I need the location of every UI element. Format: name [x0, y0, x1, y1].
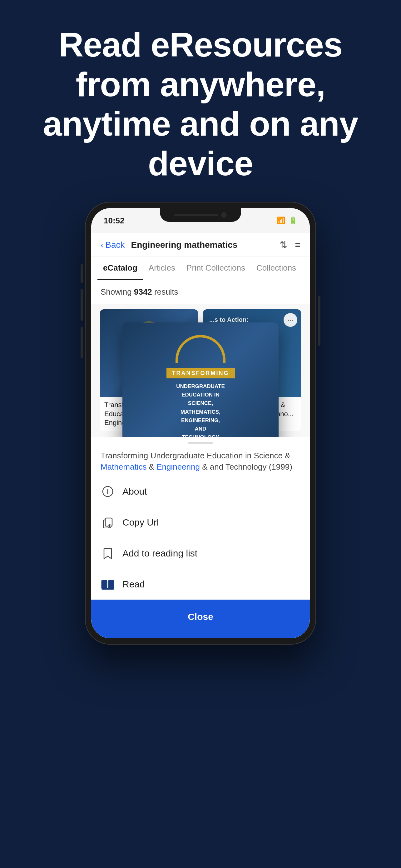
hero-title: Read eResources from anywhere, anytime a…: [19, 25, 382, 183]
popup-label: TRANSFORMING: [166, 368, 235, 378]
sort-icon[interactable]: ⇅: [279, 239, 287, 250]
popup-text: UNDERGRADUATEEDUCATION INSCIENCE,MATHEMA…: [176, 382, 225, 441]
handle-bar: [188, 442, 213, 444]
wifi-icon: 📶: [277, 217, 285, 225]
book-grid-container: TRANSF... UNDERGEDUCMATHENGITECH Transfo…: [91, 304, 310, 437]
read-book-icon: [101, 577, 115, 591]
close-button-container: Close: [91, 599, 310, 638]
status-bar: 10:52 📶 🔋: [91, 208, 310, 233]
side-button-power: [318, 296, 321, 346]
nav-action-icons: ⇅ ≡: [279, 239, 300, 250]
side-button-vol-up: [80, 289, 83, 320]
tabs-bar: eCatalog Articles Print Collections Coll…: [91, 257, 310, 280]
results-number: 9342: [134, 287, 152, 297]
hero-section: Read eResources from anywhere, anytime a…: [0, 0, 401, 202]
about-label: About: [123, 486, 147, 497]
bottom-sheet-reading-list[interactable]: Add to reading list: [91, 538, 310, 569]
side-button-vol-down: [80, 327, 83, 358]
tab-ecatalog[interactable]: eCatalog: [97, 257, 143, 280]
svg-text:i: i: [107, 488, 109, 495]
phone-screen: 10:52 📶 🔋 ‹ Back Engine: [91, 208, 310, 638]
back-label: Back: [105, 240, 125, 250]
results-suffix: results: [152, 287, 178, 297]
app-content: ‹ Back Engineering mathematics ⇅ ≡ eCata…: [91, 233, 310, 638]
side-button-mute: [80, 264, 83, 283]
back-arrow-icon: ‹: [101, 240, 103, 250]
bottom-sheet-handle: [91, 437, 310, 444]
navigation-bar: ‹ Back Engineering mathematics ⇅ ≡: [91, 233, 310, 257]
title-link-engineering: Engineering: [157, 462, 200, 471]
results-count: Showing 9342 results: [91, 280, 310, 304]
svg-rect-8: [108, 580, 114, 588]
phone-notch: [160, 208, 241, 222]
bottom-sheet: Transforming Undergraduate Education in …: [91, 437, 310, 638]
results-prefix: Showing: [101, 287, 134, 297]
tab-print-collections[interactable]: Print Collections: [181, 257, 251, 280]
bottom-sheet-read[interactable]: Read: [91, 569, 310, 599]
bottom-sheet-about[interactable]: i About: [91, 476, 310, 507]
close-button[interactable]: Close: [101, 604, 300, 629]
book-more-button[interactable]: ···: [283, 313, 297, 327]
page-title: Engineering mathematics: [131, 240, 280, 250]
reading-list-label: Add to reading list: [123, 548, 197, 559]
filter-icon[interactable]: ≡: [295, 240, 300, 250]
status-icons: 📶 🔋: [277, 217, 297, 225]
back-button[interactable]: ‹ Back: [101, 240, 125, 250]
tab-collections[interactable]: Collections: [251, 257, 302, 280]
notch-pill: [174, 214, 218, 216]
bookmark-icon: [101, 546, 115, 561]
svg-rect-10: [101, 588, 114, 590]
svg-rect-7: [101, 580, 107, 588]
phone-container: 10:52 📶 🔋 ‹ Back Engine: [0, 202, 401, 670]
phone-mockup: 10:52 📶 🔋 ‹ Back Engine: [85, 202, 316, 645]
read-label: Read: [123, 579, 145, 590]
battery-icon: 🔋: [289, 217, 297, 225]
bottom-sheet-title: Transforming Undergraduate Education in …: [91, 444, 310, 476]
notch-camera: [221, 212, 227, 218]
bottom-sheet-copy-url[interactable]: Copy Url: [91, 507, 310, 538]
copy-url-label: Copy Url: [123, 517, 159, 528]
copy-url-icon: [101, 515, 115, 530]
about-icon: i: [101, 484, 115, 499]
tab-articles[interactable]: Articles: [143, 257, 181, 280]
title-link-mathematics: Mathematics: [101, 462, 146, 471]
popup-arch-decoration: [175, 335, 226, 363]
status-time: 10:52: [104, 216, 125, 226]
